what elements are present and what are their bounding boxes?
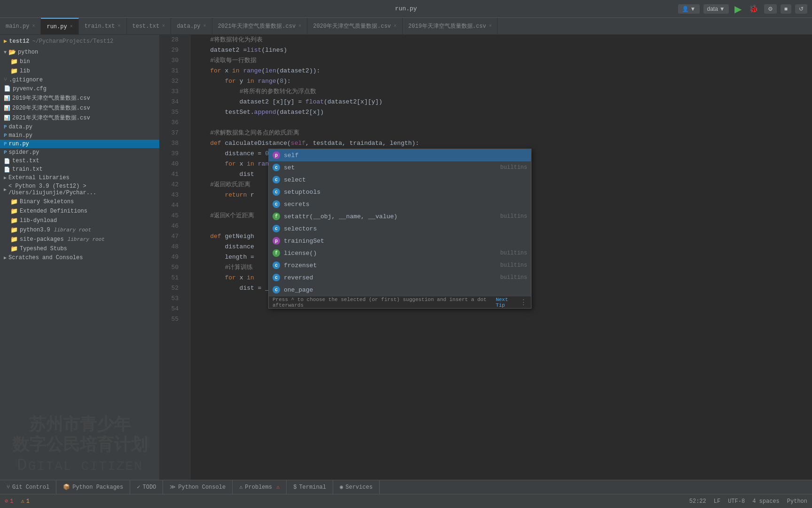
stop-button[interactable]: ■ [781,4,791,14]
sidebar-item-9[interactable]: Pmain.py [0,131,159,140]
ac-item-icon-9: c [273,262,280,269]
sidebar-item-22[interactable]: ▶Scratches and Consoles [0,254,159,262]
sidebar-item-20[interactable]: 📁site-packageslibrary root [0,235,159,244]
profile-button[interactable]: 👤 ▼ [678,4,700,14]
ac-item-4[interactable]: csecrets [269,198,531,210]
tab-2019----------csv[interactable]: 2019年天津空气质量数据.csv× [403,18,498,34]
bottom-tab-python-packages[interactable]: 📦Python Packages [56,480,130,494]
ac-next-tip[interactable]: Next Tip [496,297,518,308]
ac-item-0[interactable]: pself [269,149,531,161]
bottom-tab-label-1: Python Packages [72,484,123,491]
ac-item-10[interactable]: creversedbuiltins [269,271,531,284]
status-indent[interactable]: 4 spaces [752,498,780,505]
tab-2020----------csv[interactable]: 2020年天津空气质量数据.csv× [307,18,403,34]
csv-file-icon: 📊 [4,105,10,111]
sidebar-item-17[interactable]: 📁Extended Definitions [0,206,159,216]
sidebar-item-11[interactable]: Pspider.py [0,148,159,157]
tab-label: 2020年天津空气质量数据.csv [313,22,391,30]
bottom-tab-terminal[interactable]: $Terminal [287,480,333,494]
sidebar-item-4[interactable]: 📄pyvenv.cfg [0,84,159,93]
ac-item-2[interactable]: cselect [269,174,531,186]
section-expand: ▶ [4,255,7,261]
bottom-tab-icon-0: ⑂ [7,484,10,491]
bottom-tab-python-console[interactable]: ≫Python Console [163,480,233,494]
ac-item-6[interactable]: cselectors [269,222,531,235]
tab-close-button[interactable]: × [203,24,206,29]
ac-footer-text: Press ^ to choose the selected (or first… [273,297,494,308]
tab-close-button[interactable]: × [394,24,397,29]
run-button[interactable]: ▶ [733,3,743,15]
sidebar-item-21[interactable]: 📁Typeshed Stubs [0,244,159,254]
tab-close-button[interactable]: × [162,24,165,29]
code-area[interactable]: #将数据转化为列表 dataset2 =list(lines) #读取每一行数据… [191,35,812,480]
sidebar-items: ▼📂python📁bin📁lib⑂.gitignore📄pyvenv.cfg📊2… [0,48,159,262]
ac-item-label-2: select [284,176,306,183]
sidebar-item-15[interactable]: ▶< Python 3.9 (Test12) > /Users/liujunji… [0,182,159,197]
ac-item-8[interactable]: flicense()builtins [269,247,531,259]
status-language[interactable]: Python [787,498,807,505]
run-config-button[interactable]: data ▼ [703,4,729,14]
ac-item-9[interactable]: cfrozensetbuiltins [269,259,531,271]
reload-button[interactable]: ↺ [795,4,807,14]
tab-2021----------csv[interactable]: 2021年天津空气质量数据.csv× [212,18,308,34]
tab-test-txt[interactable]: test.txt× [127,18,172,34]
bottom-tab-todo[interactable]: ✓TODO [130,480,163,494]
debug-button[interactable]: 🐞 [747,4,760,13]
sidebar-item-16[interactable]: 📁Binary Skeletons [0,197,159,206]
ac-item-icon-3: c [273,188,280,196]
settings-button[interactable]: ⚙ [764,4,777,14]
sidebar-item-2[interactable]: 📁lib [0,66,159,76]
tab-run-py[interactable]: run.py× [41,18,78,34]
sidebar-item-18[interactable]: 📁lib-dynload [0,216,159,225]
ac-item-label-1: set [284,164,295,171]
sidebar-item-8[interactable]: Pdata.py [0,123,159,131]
tab-close-button[interactable]: × [117,24,120,29]
sidebar-item-0[interactable]: ▼📂python [0,48,159,57]
sidebar-item-label: Typeshed Stubs [20,246,67,252]
bottom-tab-icon-5: $ [293,484,297,491]
sidebar-item-14[interactable]: ▶External Libraries [0,174,159,182]
ac-item-1[interactable]: csetbuiltins [269,161,531,174]
txt-file-icon: 📄 [4,167,10,173]
ac-dots-button[interactable]: ⋮ [520,298,527,307]
ac-item-7[interactable]: ptrainingSet [269,235,531,247]
folder-icon: 📁 [10,198,18,206]
sidebar-item-label: bin [20,58,30,65]
sidebar-item-10[interactable]: Prun.py [0,140,159,148]
bottom-tab-git-control[interactable]: ⑂Git Control [0,480,56,494]
ac-item-label-7: trainingSet [284,238,324,245]
tab-close-button[interactable]: × [489,24,492,29]
code-line-31: for x in range(len(dataset2)): [191,66,812,76]
tab-close-button[interactable]: × [32,24,35,29]
sidebar: ▶ test12 ~/PycharmProjects/Test12 ▼📂pyth… [0,35,160,480]
ac-item-5[interactable]: fsetattr(__obj, __name, __value)builtins [269,210,531,222]
sidebar-item-label: pyvenv.cfg [13,86,47,92]
sidebar-item-label: site-packages [20,236,64,243]
tab-close-button[interactable]: × [70,24,73,29]
status-position[interactable]: 52:22 [689,498,706,505]
bottom-tab-problems[interactable]: ⚠Problems⚠ [233,480,287,494]
line-number-28: 28 [164,35,179,45]
tab-close-button[interactable]: × [298,24,301,29]
status-line-ending[interactable]: LF [714,498,720,505]
sidebar-item-12[interactable]: 📄test.txt [0,157,159,165]
sidebar-item-label: < Python 3.9 (Test12) > /Users/liujunjie… [8,183,156,196]
sidebar-item-7[interactable]: 📊2021年天津空气质量数据.csv [0,113,159,123]
sidebar-item-1[interactable]: 📁bin [0,57,159,66]
line-number-46: 46 [164,221,179,231]
sidebar-item-13[interactable]: 📄train.txt [0,165,159,174]
sidebar-item-5[interactable]: 📊2019年天津空气质量数据.csv [0,93,159,103]
sidebar-item-6[interactable]: 📊2020年天津空气质量数据.csv [0,103,159,113]
bottom-tab-services[interactable]: ◉Services [333,480,380,494]
tab-label: test.txt [133,23,160,30]
tab-main-py[interactable]: main.py× [0,18,41,34]
tab-data-py[interactable]: data.py× [171,18,212,34]
sidebar-item-3[interactable]: ⑂.gitignore [0,76,159,84]
status-encoding[interactable]: UTF-8 [728,498,745,505]
sidebar-item-label: train.txt [12,166,43,173]
ac-item-11[interactable]: cone_page [269,284,531,296]
folder-icon: 📁 [10,245,18,253]
ac-item-3[interactable]: csetuptools [269,186,531,198]
tab-train-txt[interactable]: train.txt× [79,18,127,34]
sidebar-item-19[interactable]: 📁python3.9library root [0,225,159,235]
